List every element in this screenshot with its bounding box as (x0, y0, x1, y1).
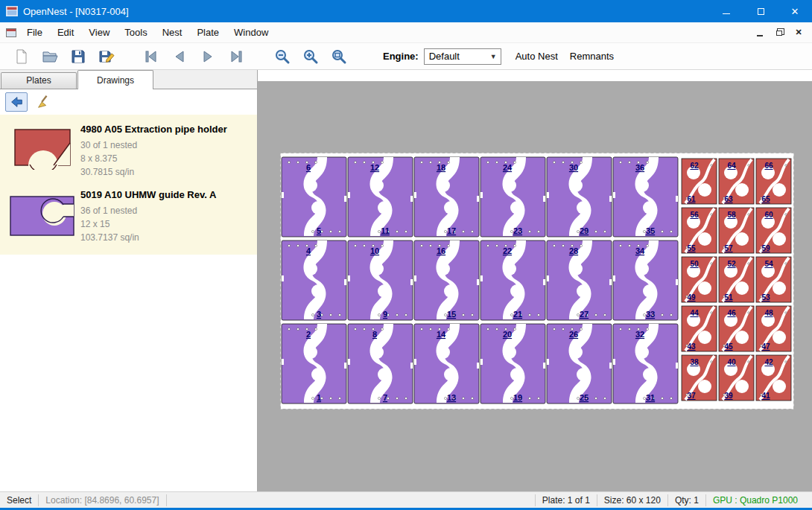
menu-window[interactable]: Window (226, 22, 276, 42)
part-number: 15 (447, 310, 456, 319)
nested-part-pair-purple[interactable]: 43 (282, 240, 346, 320)
next-arrow-icon (200, 48, 216, 65)
part-number: 41 (761, 392, 770, 400)
menu-nest[interactable]: Nest (155, 22, 190, 42)
window-controls: ✕ (709, 0, 812, 22)
titlebar: OpenNest - [N0317-004] ✕ (0, 0, 812, 22)
zoom-in-button[interactable] (298, 45, 323, 68)
part-number: 63 (724, 195, 733, 203)
nested-part-pair-red[interactable]: 4847 (756, 306, 791, 351)
menu-edit[interactable]: Edit (50, 22, 81, 42)
first-arrow-icon (143, 48, 159, 65)
clean-button[interactable] (32, 92, 54, 112)
nested-part-pair-purple[interactable]: 3433 (613, 240, 678, 320)
new-button[interactable] (9, 45, 34, 68)
maximize-button[interactable] (743, 0, 778, 22)
drawing-area: 30.7815 sq/in (80, 165, 253, 179)
first-plate-button[interactable] (139, 45, 164, 68)
mdi-minimize-button[interactable] (752, 26, 767, 39)
close-button[interactable]: ✕ (778, 0, 812, 22)
part-number: 37 (687, 392, 696, 400)
mdi-document-icon[interactable] (6, 28, 16, 37)
nested-part-pair-red[interactable]: 5453 (756, 257, 791, 302)
status-plate: Plate: 1 of 1 (536, 495, 597, 506)
sidebar-toolbar (0, 89, 257, 115)
nested-part-pair-red[interactable]: 6261 (682, 159, 717, 204)
nested-part-pair-red[interactable]: 6463 (719, 159, 754, 204)
nested-part-pair-purple[interactable]: 109 (348, 240, 413, 320)
nested-part-pair-red[interactable]: 4645 (719, 306, 754, 351)
part-thumbnail-red (4, 124, 80, 179)
part-number: 14 (437, 330, 446, 339)
drawing-item-extraction-pipe-holder[interactable]: 4980 A05 Extraction pipe holder 30 of 1 … (0, 118, 257, 183)
nested-part-pair-red[interactable]: 4443 (682, 306, 717, 351)
nested-part-pair-purple[interactable]: 3635 (613, 157, 678, 237)
save-button[interactable] (66, 45, 91, 68)
part-number: 66 (764, 162, 773, 170)
part-number: 54 (764, 260, 773, 268)
menu-tools[interactable]: Tools (117, 22, 154, 42)
nested-part-pair-red[interactable]: 5049 (682, 257, 717, 302)
engine-select[interactable]: Default ▼ (424, 48, 501, 65)
save-as-button[interactable] (94, 45, 119, 68)
nested-part-pair-purple[interactable]: 1817 (414, 157, 479, 237)
zoom-out-button[interactable] (270, 45, 295, 68)
nested-part-pair-purple[interactable]: 3231 (613, 324, 678, 404)
open-button[interactable] (37, 45, 63, 68)
nested-part-pair-red[interactable]: 4241 (756, 355, 791, 401)
nested-part-pair-purple[interactable]: 1211 (348, 157, 413, 237)
canvas-top-margin (258, 70, 812, 81)
nested-part-pair-red[interactable]: 5655 (682, 208, 717, 253)
nested-part-pair-purple[interactable]: 65 (282, 157, 346, 237)
nested-part-pair-purple[interactable]: 2625 (547, 324, 612, 404)
drawing-item-uhmw-guide[interactable]: 5019 A10 UHMW guide Rev. A 36 of 1 neste… (0, 183, 257, 249)
mdi-restore-button[interactable] (772, 26, 787, 39)
engine-label: Engine: (383, 51, 419, 62)
part-thumbnail-purple (4, 189, 80, 244)
part-number: 48 (764, 309, 773, 317)
tab-drawings[interactable]: Drawings (77, 70, 153, 89)
nested-part-pair-purple[interactable]: 1413 (414, 324, 479, 404)
menu-view[interactable]: View (81, 22, 117, 42)
navigation-group (136, 45, 249, 68)
nested-part-pair-purple[interactable]: 2019 (480, 324, 545, 404)
remnants-button[interactable]: Remnants (567, 48, 617, 65)
next-plate-button[interactable] (195, 45, 221, 68)
menu-file[interactable]: File (19, 22, 50, 42)
nested-part-pair-purple[interactable]: 1615 (414, 240, 479, 320)
nested-part-pair-red[interactable]: 6665 (756, 159, 791, 204)
sidebar-tabstrip: Plates Drawings (0, 70, 257, 89)
plate-sheet[interactable]: 6512111817242330293635431091615222128273… (280, 153, 794, 409)
close-icon: ✕ (791, 6, 799, 17)
nest-canvas[interactable]: 6512111817242330293635431091615222128273… (258, 70, 812, 491)
last-plate-button[interactable] (223, 45, 249, 68)
status-qty: Qty: 1 (668, 495, 705, 506)
part-number: 46 (727, 309, 736, 317)
mdi-close-button[interactable]: ✕ (791, 26, 806, 39)
import-drawing-button[interactable] (5, 92, 28, 112)
nested-part-pair-red[interactable]: 4039 (719, 355, 754, 401)
nested-part-pair-red[interactable]: 5251 (719, 257, 754, 302)
auto-nest-button[interactable]: Auto Nest (513, 48, 561, 65)
resize-grip[interactable] (805, 492, 812, 508)
nested-part-pair-red[interactable]: 5857 (719, 208, 754, 253)
menu-plate[interactable]: Plate (189, 22, 226, 42)
drawing-item-meta: 5019 A10 UHMW guide Rev. A 36 of 1 neste… (80, 189, 253, 244)
nested-part-pair-purple[interactable]: 2827 (547, 240, 612, 320)
nested-part-pair-red[interactable]: 3837 (682, 355, 717, 401)
nested-part-pair-purple[interactable]: 3029 (547, 157, 612, 237)
nested-part-pair-purple[interactable]: 21 (282, 324, 346, 404)
tab-plates[interactable]: Plates (1, 72, 77, 89)
nested-part-pair-purple[interactable]: 2423 (480, 157, 545, 237)
menubar: File Edit View Tools Nest Plate Window ✕ (0, 22, 812, 42)
part-number: 62 (690, 162, 699, 170)
part-number: 64 (727, 162, 736, 170)
nested-part-pair-red[interactable]: 6059 (756, 208, 791, 253)
nested-part-pair-purple[interactable]: 87 (348, 324, 413, 404)
minimize-button[interactable] (709, 0, 743, 22)
plate-drawing[interactable]: 6512111817242330293635431091615222128273… (280, 153, 794, 409)
nested-part-pair-purple[interactable]: 2221 (480, 240, 545, 320)
previous-plate-button[interactable] (167, 45, 192, 68)
zoom-fit-button[interactable] (326, 45, 352, 68)
part-number: 65 (761, 195, 770, 203)
